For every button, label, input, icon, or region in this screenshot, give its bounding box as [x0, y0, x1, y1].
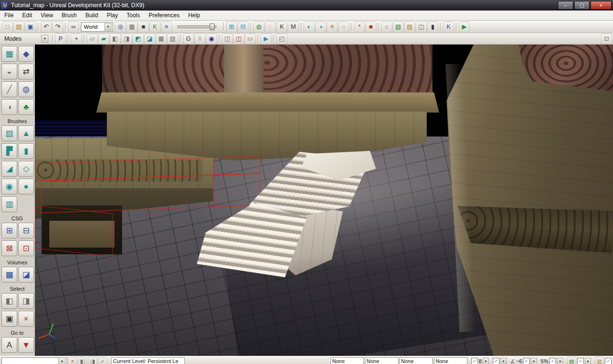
matinee-icon[interactable]: M	[288, 22, 299, 32]
mesh-paint-mode-icon[interactable]: ╱	[1, 81, 17, 97]
search-icon[interactable]: ◎	[115, 22, 126, 32]
pie-viewport-icon[interactable]: P	[55, 34, 66, 44]
find-actors-icon[interactable]: ∞	[68, 22, 79, 32]
chevron-down-icon[interactable]: ▾	[58, 357, 66, 364]
redo-icon[interactable]: ↷	[52, 22, 63, 32]
menu-brush[interactable]: Brush	[57, 11, 81, 20]
publish-icon[interactable]: ⌂	[381, 22, 392, 32]
far-right-checkbox[interactable]: ✓	[605, 358, 612, 364]
title-bar[interactable]: U Tutorial_map - Unreal Development Kit …	[0, 0, 613, 11]
status-field-1[interactable]: None	[330, 357, 364, 364]
curved-staircase-brush-icon[interactable]: ◢	[1, 161, 17, 177]
camera-icon[interactable]: ◫	[222, 34, 233, 44]
build-lighting-icon[interactable]: ☀	[327, 22, 338, 32]
deselect-all-icon[interactable]: ×	[18, 311, 34, 327]
frontend-icon[interactable]: ◫	[416, 22, 427, 32]
select-touching-icon[interactable]: ◨	[18, 293, 34, 309]
chevron-down-icon[interactable]: ▾	[104, 23, 112, 31]
show-flags-eye-icon[interactable]: ◉	[206, 34, 217, 44]
undo-icon[interactable]: ↶	[41, 22, 52, 32]
level-browser-icon[interactable]: ⊟	[238, 22, 249, 32]
build-all-icon[interactable]: ■	[365, 22, 376, 32]
capture-icon[interactable]: ▮	[427, 22, 438, 32]
menu-tools[interactable]: Tools	[122, 11, 144, 20]
scale-snap-icon[interactable]: ▤	[567, 357, 576, 364]
camera-mode-icon[interactable]: ▦	[1, 46, 17, 62]
camera-locked-icon[interactable]: ◫	[233, 34, 244, 44]
cube-brush-icon[interactable]: ▧	[1, 125, 17, 141]
chevron-down-icon[interactable]: ▾	[500, 358, 507, 364]
build-paths-icon[interactable]: ◐	[304, 22, 315, 32]
spiral-staircase-brush-icon[interactable]: ◉	[1, 179, 17, 194]
show-meshes-icon[interactable]: ◨	[121, 34, 132, 44]
chevron-down-icon[interactable]: ▾	[531, 358, 537, 364]
show-bsp-icon[interactable]: ◪	[144, 34, 155, 44]
add-special-brush-icon[interactable]: ◪	[18, 267, 34, 283]
world-dropdown[interactable]: World ▾	[81, 22, 113, 32]
kismet-tool-icon[interactable]: K	[276, 22, 287, 32]
goto-actor-icon[interactable]: A	[1, 337, 17, 353]
fullscreen-icon[interactable]: ■	[138, 22, 149, 32]
build-geometry-icon[interactable]: ◍	[253, 22, 264, 32]
script-editor-icon[interactable]: K	[443, 22, 454, 32]
menu-preferences[interactable]: Preferences	[144, 11, 184, 20]
csg-intersect-icon[interactable]: ⊠	[1, 240, 17, 256]
volumetric-brush-icon[interactable]: ▥	[1, 196, 17, 212]
chevron-down-icon[interactable]: ▾	[557, 358, 563, 364]
menu-build[interactable]: Build	[81, 11, 102, 20]
sheet-brush-icon[interactable]: ◇	[18, 161, 34, 177]
realtime-preview-icon[interactable]: ▶	[261, 34, 272, 44]
rotation-grid-checkbox[interactable]: ✓	[523, 358, 530, 364]
cylinder-brush-icon[interactable]: ▮	[18, 143, 34, 159]
show-decals-icon[interactable]: ▧	[167, 34, 178, 44]
menu-help[interactable]: Help	[184, 11, 204, 20]
sphere-brush-icon[interactable]: ●	[18, 179, 34, 194]
autosave-checkbox[interactable]: ✓	[549, 358, 556, 364]
geometry-mode-icon[interactable]: ◆	[18, 46, 34, 62]
sync-content-icon[interactable]: ✓	[98, 357, 107, 364]
static-mesh-mode-icon[interactable]: ◍	[18, 81, 34, 97]
game-view-icon[interactable]: G	[183, 34, 194, 44]
landscape-mode-icon[interactable]: ◑	[1, 99, 17, 115]
menu-play[interactable]: Play	[102, 11, 122, 20]
cook-pc-icon[interactable]: ▧	[393, 22, 404, 32]
status-combo[interactable]: ▾	[1, 357, 67, 364]
perspective-viewport[interactable]	[35, 45, 613, 356]
autosave-package-icon[interactable]: ▥	[595, 357, 604, 364]
terrain-mode-icon[interactable]: ◒	[1, 64, 17, 80]
status-field-4[interactable]: None	[434, 357, 467, 364]
csg-deintersect-icon[interactable]: ⊡	[18, 240, 34, 256]
cone-brush-icon[interactable]: ▲	[18, 125, 34, 141]
lighting-quality-icon[interactable]: ○	[338, 22, 349, 32]
show-builder-icon[interactable]: ▰	[98, 34, 109, 44]
save-map-icon[interactable]: ▣	[25, 22, 36, 32]
foliage-mode-icon[interactable]: ♣	[18, 99, 34, 115]
far-clip-slider[interactable]	[177, 25, 216, 28]
content-browser-icon[interactable]: ≡	[161, 22, 172, 32]
browser-tab-icon[interactable]: ⊞	[226, 22, 237, 32]
lock-selection-icon[interactable]: ◊	[194, 34, 205, 44]
chevron-down-icon[interactable]: ▾	[483, 358, 489, 364]
csg-add-icon[interactable]: ⊞	[1, 223, 17, 239]
texture-stats-icon[interactable]: ▦	[126, 22, 137, 32]
minimize-button[interactable]: –	[558, 1, 573, 10]
float-viewport-icon[interactable]: ◰	[276, 34, 287, 44]
modes-header[interactable]: Modes ▾	[1, 35, 50, 43]
scale-snap-checkbox[interactable]: ✓	[577, 358, 584, 364]
select-all-icon[interactable]: ▣	[1, 311, 17, 327]
vertex-snap-icon[interactable]: ◨	[88, 357, 97, 364]
menu-file[interactable]: File	[0, 11, 18, 20]
show-volumes-icon[interactable]: ◧	[110, 34, 121, 44]
sentinel-icon[interactable]: *	[354, 22, 365, 32]
drag-grid-checkbox[interactable]: ✓	[471, 358, 478, 364]
csg-subtract-icon[interactable]: ⊟	[18, 223, 34, 239]
transform-widget-icon[interactable]: +	[71, 34, 82, 44]
package-icon[interactable]: ▨	[404, 22, 415, 32]
add-volume-icon[interactable]: ▩	[1, 267, 17, 283]
maximize-button[interactable]: ▢	[574, 1, 590, 10]
select-inside-icon[interactable]: ◧	[1, 293, 17, 309]
build-cover-icon[interactable]: ◑	[315, 22, 326, 32]
status-field-3[interactable]: None	[399, 357, 433, 364]
map-check-icon[interactable]: ×	[68, 357, 77, 364]
screenshot-icon[interactable]: ▭	[245, 34, 256, 44]
